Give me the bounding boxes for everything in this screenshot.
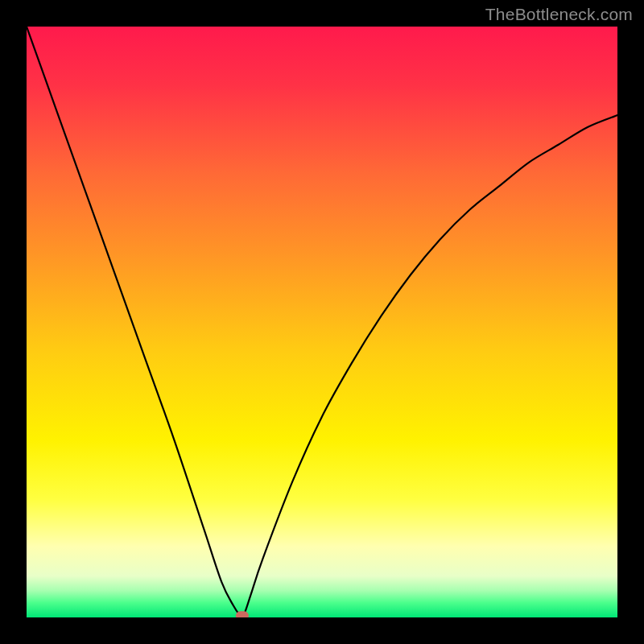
minimum-marker <box>236 611 249 617</box>
chart-plot-area <box>27 27 617 617</box>
chart-frame: TheBottleneck.com <box>0 0 644 644</box>
watermark-text: TheBottleneck.com <box>485 5 633 24</box>
gradient-background <box>27 27 617 617</box>
chart-svg <box>27 27 617 617</box>
